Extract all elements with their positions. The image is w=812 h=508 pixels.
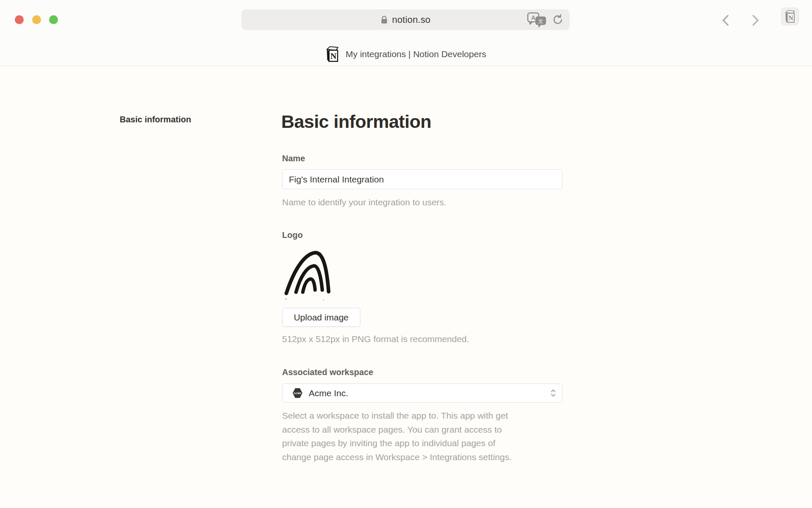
forward-button[interactable] [751,14,761,27]
translate-icon[interactable]: A 文 [527,11,546,28]
sidebar-item-basic-information[interactable]: Basic information [120,115,191,124]
integration-logo-image [283,249,333,303]
logo-label: Logo [282,230,303,240]
chevron-right-icon [752,14,760,26]
browser-window: notion.so A 文 [0,0,812,508]
ink-speck [285,298,286,299]
name-help-text: Name to identify your integration to use… [282,197,447,207]
chevron-left-icon [721,14,730,26]
page-content: Basic information Basic information Name… [0,66,812,508]
translate-a-glyph: A [531,14,535,21]
workspace-select[interactable]: ACME Acme Inc. [282,384,562,403]
page-title: My integrations | Notion Developers [346,49,486,59]
acme-badge-text: ACME [294,392,301,395]
url-text: notion.so [392,14,431,25]
ink-speck [323,300,324,301]
browser-chrome: notion.so A 文 [0,0,812,66]
workspace-help-line: access to all workspace pages. You can g… [282,423,578,437]
address-bar[interactable]: notion.so A 文 [241,9,570,30]
minimize-window-button[interactable] [32,15,41,24]
workspace-help-line: Select a workspace to install the app to… [282,409,578,423]
lock-icon [381,15,388,24]
notion-logo-icon: N [326,46,339,63]
workspace-selected-value: Acme Inc. [309,388,550,398]
associated-workspace-label: Associated workspace [282,367,373,377]
logo-help-text: 512px x 512px in PNG format is recommend… [282,334,469,344]
workspace-help-text: Select a workspace to install the app to… [282,409,578,464]
close-window-button[interactable] [15,15,24,24]
upload-image-button[interactable]: Upload image [282,308,360,327]
workspace-help-line: change page access in Workspace > Integr… [282,450,578,464]
select-stepper-icon[interactable] [550,388,556,398]
translate-cjk-glyph: 文 [538,18,543,24]
page-heading: Basic information [281,111,431,132]
name-input[interactable] [282,169,562,189]
window-title-bar: N My integrations | Notion Developers [0,44,812,65]
cube-letter: N [788,14,793,22]
back-button[interactable] [720,14,730,27]
cube-letter: N [331,51,337,61]
notion-app-icon[interactable]: N [781,8,799,25]
notion-cube-gray-icon: N [785,10,796,23]
reload-icon[interactable] [552,14,564,25]
name-label: Name [282,154,305,163]
acme-workspace-icon: ACME [293,388,302,398]
workspace-help-line: private pages by inviting the app to ind… [282,436,578,450]
zoom-window-button[interactable] [49,15,58,24]
